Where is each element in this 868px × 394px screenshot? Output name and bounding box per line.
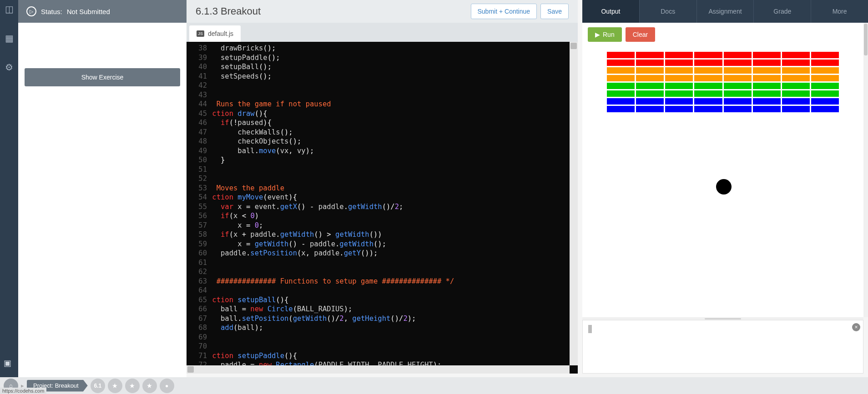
file-tab-strip: JS default.js	[187, 23, 578, 42]
brick	[607, 106, 635, 112]
tab-output[interactable]: Output	[582, 0, 639, 23]
show-exercise-button[interactable]: Show Exercise	[25, 68, 180, 86]
clear-button[interactable]: Clear	[626, 27, 655, 42]
code-line[interactable]: paddle.setPosition(x, paddle.getY());	[212, 249, 578, 258]
progress-dot-2[interactable]: ★	[125, 379, 140, 393]
line-number: 46	[188, 118, 207, 128]
code-line[interactable]	[212, 165, 578, 175]
brick	[694, 75, 722, 81]
code-line[interactable]	[212, 258, 578, 268]
code-line[interactable]	[212, 90, 578, 100]
code-line[interactable]: if(!paused){	[212, 118, 578, 128]
code-line[interactable]: nction setupPaddle(){	[212, 351, 578, 361]
console-panel[interactable]: ×	[582, 320, 863, 374]
file-tab-label: default.js	[208, 30, 233, 37]
line-number: 52	[188, 174, 207, 184]
brick	[607, 90, 635, 97]
line-number: 49	[188, 146, 207, 156]
brick	[724, 90, 752, 97]
brick	[753, 83, 781, 89]
status-label: Status:	[41, 8, 62, 15]
tab-more[interactable]: More	[811, 0, 868, 23]
line-number: 60	[188, 249, 207, 258]
brick	[782, 83, 810, 89]
output-vertical-scrollbar[interactable]	[863, 23, 868, 317]
file-tab-default-js[interactable]: JS default.js	[189, 25, 241, 42]
layout-toggle-icon[interactable]: ▣	[4, 358, 11, 368]
brick	[636, 60, 664, 66]
code-line[interactable]: x = 0;	[212, 221, 578, 230]
line-number: 50	[188, 155, 207, 165]
code-line[interactable]: ball = new Circle(BALL_RADIUS);	[212, 304, 578, 314]
brick	[753, 52, 781, 58]
code-line[interactable]: ' Moves the paddle	[212, 184, 578, 193]
code-line[interactable]	[212, 81, 578, 90]
brick	[636, 106, 664, 112]
code-line[interactable]: nction myMove(event){	[212, 193, 578, 202]
brick	[607, 83, 635, 89]
code-line[interactable]: add(ball);	[212, 323, 578, 333]
tab-grade[interactable]: Grade	[753, 0, 811, 23]
code-line[interactable]: nction setupBall(){	[212, 295, 578, 305]
code-line[interactable]: nction draw(){	[212, 109, 578, 119]
line-number: 57	[188, 221, 207, 230]
code-editor[interactable]: 3839404142434445464748495051525354555657…	[187, 42, 578, 374]
gear-icon[interactable]: ⚙	[5, 62, 13, 73]
code-line[interactable]: x = getWidth() - paddle.getWidth();	[212, 239, 578, 249]
tab-docs[interactable]: Docs	[639, 0, 696, 23]
code-line[interactable]	[212, 267, 578, 277]
code-line[interactable]: ' ############## Functions to setup game…	[212, 277, 578, 286]
code-line[interactable]: if(x < 0)	[212, 211, 578, 221]
line-number: 47	[188, 128, 207, 137]
brick	[782, 90, 810, 97]
editor-vertical-scrollbar[interactable]	[570, 42, 578, 365]
step-badge[interactable]: 6.1	[91, 379, 105, 393]
code-line[interactable]: var x = event.getX() - paddle.getWidth()…	[212, 202, 578, 212]
progress-dot-4[interactable]: ●	[160, 379, 174, 393]
brick-row	[607, 90, 839, 97]
code-line[interactable]: ' Runs the game if not paused	[212, 100, 578, 109]
brick	[636, 67, 664, 74]
code-line[interactable]	[212, 333, 578, 342]
progress-dot-1[interactable]: ★	[108, 379, 122, 393]
code-line[interactable]: setSpeeds();	[212, 72, 578, 81]
brick	[811, 90, 839, 97]
code-line[interactable]: if(x + paddle.getWidth() > getWidth())	[212, 230, 578, 239]
console-close-button[interactable]: ×	[852, 323, 860, 331]
brick	[665, 98, 693, 105]
brick	[694, 60, 722, 66]
code-line[interactable]	[212, 286, 578, 295]
progress-dot-3[interactable]: ★	[142, 379, 157, 393]
logo-icon[interactable]: ◫	[5, 4, 14, 15]
code-line[interactable]: setupBall();	[212, 62, 578, 72]
code-line[interactable]	[212, 342, 578, 351]
line-number: 59	[188, 239, 207, 249]
brick	[694, 67, 722, 74]
code-line[interactable]: checkObjects();	[212, 137, 578, 146]
tab-assignment[interactable]: Assignment	[696, 0, 754, 23]
code-line[interactable]: ball.setPosition(getWidth()/2, getHeight…	[212, 314, 578, 324]
line-number: 70	[188, 342, 207, 351]
brick	[665, 75, 693, 81]
code-line[interactable]: }	[212, 155, 578, 165]
brick	[753, 98, 781, 105]
code-line[interactable]: ball.move(vx, vy);	[212, 146, 578, 156]
left-nav-rail: ◫ ▦ ⚙	[0, 0, 18, 377]
line-number: 48	[188, 137, 207, 146]
output-toolbar: ▶Run Clear	[582, 23, 863, 46]
code-line[interactable]: drawBricks();	[212, 44, 578, 53]
code-line[interactable]	[212, 174, 578, 184]
brick	[724, 75, 752, 81]
line-number: 67	[188, 314, 207, 324]
editor-horizontal-scrollbar[interactable]	[187, 365, 570, 374]
code-line[interactable]: checkWalls();	[212, 128, 578, 137]
run-button[interactable]: ▶Run	[588, 27, 622, 42]
code-line[interactable]: setupPaddle();	[212, 53, 578, 63]
game-canvas[interactable]	[607, 52, 839, 306]
brick	[811, 106, 839, 112]
calendar-icon[interactable]: ▦	[5, 33, 14, 44]
brick-row	[607, 52, 839, 58]
save-button[interactable]: Save	[540, 4, 569, 19]
submit-continue-button[interactable]: Submit + Continue	[471, 4, 537, 19]
code-area[interactable]: drawBricks(); setupPaddle(); setupBall()…	[212, 42, 578, 374]
